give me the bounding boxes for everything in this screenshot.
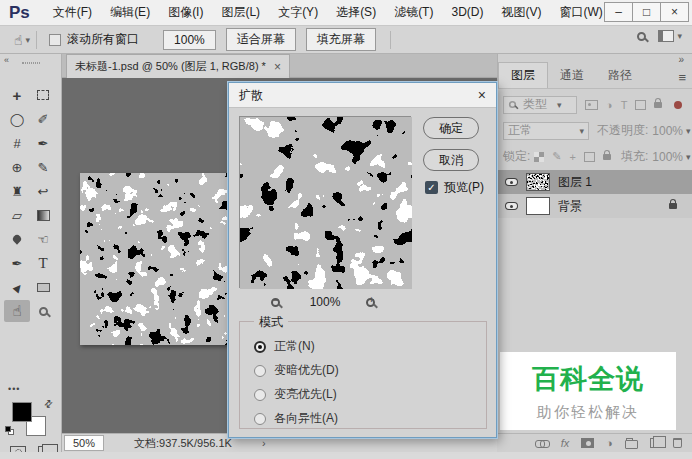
menu-file[interactable]: 文件(F)	[44, 0, 101, 25]
gradient-tool[interactable]	[30, 204, 56, 226]
document-tab[interactable]: 未标题-1.psd @ 50% (图层 1, RGB/8) * ×	[66, 54, 290, 78]
filter-shape-layers-icon[interactable]	[635, 100, 646, 110]
tab-paths[interactable]: 路径	[596, 63, 644, 88]
link-layers-icon[interactable]	[535, 440, 549, 447]
mode-option-anisotropic[interactable]: 各向异性(A)	[254, 410, 338, 427]
type-tool[interactable]: T	[30, 252, 56, 274]
menu-window[interactable]: 窗口(W)	[550, 0, 611, 25]
layer-row-background[interactable]: 背景	[498, 194, 692, 218]
filter-preview[interactable]	[239, 116, 411, 288]
chevron-down-icon[interactable]: ▾	[26, 35, 31, 45]
preview-checkbox[interactable]: ✓	[425, 181, 438, 194]
lock-position-icon[interactable]: +	[570, 151, 576, 163]
menu-edit[interactable]: 编辑(E)	[101, 0, 159, 25]
fit-screen-button[interactable]: 适合屏幕	[226, 28, 296, 51]
chevron-down-icon[interactable]: ▾	[677, 31, 682, 41]
history-brush-tool[interactable]: ↩	[30, 180, 56, 202]
new-group-icon[interactable]	[625, 437, 638, 449]
mode-option-darken-only[interactable]: 变暗优先(D)	[254, 362, 339, 379]
filter-smart-object-icon[interactable]	[654, 102, 662, 108]
zoom-tool[interactable]	[30, 300, 56, 322]
dialog-title-bar[interactable]: 扩散 ×	[229, 83, 496, 108]
visibility-eye-icon[interactable]	[505, 202, 518, 210]
workspace-icon[interactable]	[658, 30, 674, 42]
visibility-eye-icon[interactable]	[505, 178, 518, 186]
blend-mode-dropdown[interactable]: 正常 ▾	[503, 122, 589, 140]
tab-layers[interactable]: 图层	[498, 62, 548, 88]
panel-grip[interactable]	[22, 62, 40, 64]
eyedropper-tool[interactable]: ✒	[30, 132, 56, 154]
filter-pixel-layers-icon[interactable]	[585, 100, 598, 110]
fill-value[interactable]: 100%	[652, 150, 683, 164]
brush-tool[interactable]: ✎	[30, 156, 56, 178]
opacity-value[interactable]: 100%	[652, 124, 683, 138]
chevron-down-icon[interactable]: ▾	[686, 126, 691, 136]
layer-name[interactable]: 背景	[558, 198, 582, 215]
mode-option-lighten-only[interactable]: 变亮优先(L)	[254, 386, 337, 403]
menu-view[interactable]: 视图(V)	[492, 0, 550, 25]
minimize-button[interactable]: –	[604, 2, 633, 22]
cancel-button[interactable]: 取消	[423, 149, 479, 171]
layer-thumbnail[interactable]	[526, 173, 550, 191]
zoom-100-button[interactable]: 100%	[163, 30, 216, 50]
rectangular-marquee-tool[interactable]	[30, 84, 56, 106]
shape-tool[interactable]	[30, 276, 56, 298]
new-layer-icon[interactable]	[650, 438, 661, 448]
radio-selected-icon[interactable]	[254, 341, 266, 353]
lasso-tool[interactable]: ◯	[4, 108, 30, 130]
path-selection-tool[interactable]: ►	[0, 270, 34, 304]
smudge-tool[interactable]: ☜	[30, 228, 56, 250]
status-chevron-icon[interactable]: ›	[262, 437, 266, 449]
scroll-all-windows-checkbox[interactable]	[49, 34, 61, 46]
foreground-color-swatch[interactable]	[12, 402, 32, 422]
menu-image[interactable]: 图像(I)	[159, 0, 212, 25]
edit-toolbar-icon[interactable]: •••	[8, 384, 20, 394]
lock-transparency-icon[interactable]	[534, 152, 544, 162]
close-button[interactable]: ×	[660, 2, 689, 22]
search-icon[interactable]	[637, 32, 646, 41]
swap-colors-icon[interactable]: ⇄	[41, 397, 55, 411]
tab-close-icon[interactable]: ×	[274, 60, 281, 74]
healing-brush-tool[interactable]: ⊕	[4, 156, 30, 178]
quick-selection-tool[interactable]: ✐	[30, 108, 56, 130]
radio-icon[interactable]	[254, 389, 266, 401]
menu-3d[interactable]: 3D(D)	[442, 0, 492, 25]
layer-mask-icon[interactable]	[581, 438, 594, 448]
dialog-close-icon[interactable]: ×	[478, 87, 486, 103]
menu-select[interactable]: 选择(S)	[327, 0, 385, 25]
menu-type[interactable]: 文字(Y)	[269, 0, 327, 25]
filter-type-dropdown[interactable]: 类型 ▾	[503, 96, 577, 114]
filter-toggle-icon[interactable]	[674, 101, 682, 109]
filter-type-layers-icon[interactable]: T	[621, 99, 628, 111]
mode-option-normal[interactable]: 正常(N)	[254, 338, 315, 355]
menu-filter[interactable]: 滤镜(T)	[385, 0, 442, 25]
clone-stamp-tool[interactable]: ♜	[4, 180, 30, 202]
filter-adjustment-icon[interactable]: ◑	[606, 99, 613, 111]
zoom-in-icon[interactable]: +	[366, 296, 379, 309]
panel-menu-icon[interactable]: ≡	[678, 70, 686, 85]
status-zoom-field[interactable]: 50%	[64, 435, 104, 451]
crop-tool[interactable]: #	[4, 132, 30, 154]
default-colors-icon[interactable]	[5, 426, 14, 435]
eraser-tool[interactable]: ▱	[4, 204, 30, 226]
blur-tool[interactable]	[4, 228, 30, 250]
maximize-button[interactable]: □	[632, 2, 661, 22]
layer-style-fx-icon[interactable]: fx	[561, 437, 570, 449]
lock-all-icon[interactable]	[603, 154, 611, 160]
menu-layer[interactable]: 图层(L)	[212, 0, 269, 25]
radio-icon[interactable]	[254, 365, 266, 377]
lock-artboard-icon[interactable]	[584, 152, 595, 162]
layer-row-layer1[interactable]: 图层 1	[498, 170, 692, 194]
tab-channels[interactable]: 通道	[548, 63, 596, 88]
delete-layer-icon[interactable]	[673, 438, 682, 448]
layer-thumbnail[interactable]	[526, 197, 550, 215]
move-tool[interactable]: +	[4, 84, 30, 106]
ok-button[interactable]: 确定	[423, 117, 479, 139]
collapse-panel-icon[interactable]: «	[4, 55, 9, 65]
layer-name[interactable]: 图层 1	[558, 174, 592, 191]
lock-paint-icon[interactable]: ✎	[552, 150, 561, 163]
zoom-out-icon[interactable]: −	[271, 296, 284, 309]
adjustment-layer-icon[interactable]: ◑	[606, 437, 613, 449]
collapse-panel-icon[interactable]: »	[678, 54, 684, 65]
hand-tool[interactable]: ☝	[4, 300, 30, 322]
